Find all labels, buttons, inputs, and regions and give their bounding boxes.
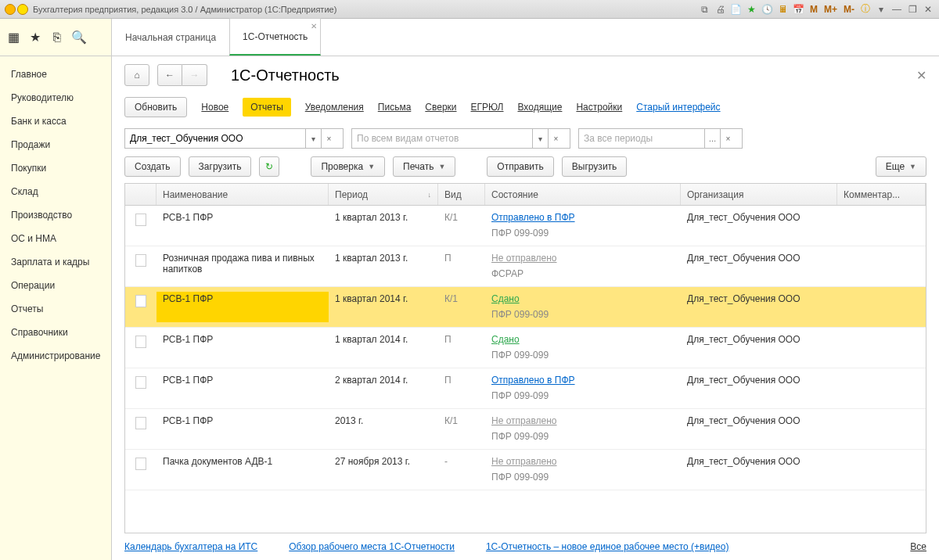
period-filter-input[interactable] [579, 129, 704, 148]
forward-button[interactable]: → [182, 64, 207, 86]
table-row[interactable]: Пачка документов АДВ-127 ноября 2013 г.-… [125, 450, 926, 490]
sidebar-item[interactable]: Банк и касса [0, 109, 111, 133]
home-button[interactable]: ⌂ [124, 64, 149, 86]
clear-icon[interactable]: × [720, 129, 736, 148]
table-row[interactable]: РСВ-1 ПФР2013 г.К/1Не отправленоПФР 099-… [125, 409, 926, 450]
table-row[interactable]: РСВ-1 ПФР1 квартал 2013 г.К/1Отправлено … [125, 206, 926, 246]
menu-incoming[interactable]: Входящие [518, 102, 563, 113]
menu-legacy-ui[interactable]: Старый интерфейс [636, 102, 720, 113]
cell-status-link[interactable]: Отправлено в ПФР [491, 212, 675, 223]
sidebar-item[interactable]: Справочники [0, 321, 111, 344]
cell-status-link[interactable]: Не отправлено [491, 456, 675, 467]
calc-icon[interactable]: 🖩 [777, 3, 790, 16]
footer-link-video[interactable]: 1С-Отчетность – новое единое рабочее мес… [486, 541, 729, 552]
col-name[interactable]: Наименование [156, 184, 329, 205]
sidebar-item[interactable]: Производство [0, 203, 111, 227]
menu-reconciliations[interactable]: Сверки [425, 102, 456, 113]
col-icon[interactable] [125, 184, 156, 205]
close-icon[interactable]: ✕ [922, 3, 934, 16]
cell-status-link[interactable]: Не отправлено [491, 253, 675, 264]
toolbar-icon[interactable]: ⧉ [699, 3, 711, 16]
sidebar-item[interactable]: Покупки [0, 156, 111, 180]
create-button[interactable]: Создать [124, 156, 181, 177]
sidebar-item[interactable]: Операции [0, 274, 111, 297]
col-status[interactable]: Состояние [485, 184, 681, 205]
maximize-icon[interactable]: ❐ [906, 3, 919, 16]
col-period[interactable]: Период↓ [329, 184, 438, 205]
m-plus-label[interactable]: M+ [824, 4, 837, 15]
sidebar-item[interactable]: Зарплата и кадры [0, 250, 111, 274]
clear-icon[interactable]: × [548, 129, 563, 148]
dropdown-icon[interactable]: ▾ [875, 3, 887, 16]
toolbar-icon[interactable]: 📄 [730, 3, 743, 16]
window-titlebar: Бухгалтерия предприятия, редакция 3.0 / … [0, 0, 939, 19]
table-row[interactable]: РСВ-1 ПФР2 квартал 2014 г.ПОтправлено в … [125, 368, 926, 409]
cell-status-sub: ПФР 099-099 [491, 431, 675, 442]
org-filter[interactable]: ▾ × [124, 128, 344, 149]
table-row[interactable]: РСВ-1 ПФР1 квартал 2014 г.К/1СданоПФР 09… [125, 287, 926, 328]
type-filter[interactable]: ▾ × [351, 128, 570, 149]
favorites-icon[interactable]: ★ [746, 3, 758, 16]
cell-status-link[interactable]: Отправлено в ПФР [491, 375, 675, 386]
dropdown-icon[interactable]: ▾ [532, 129, 548, 148]
clear-icon[interactable]: × [321, 129, 336, 148]
cell-status-link[interactable]: Сдано [491, 293, 675, 304]
footer-link-calendar[interactable]: Календарь бухгалтера на ИТС [124, 541, 257, 552]
menu-notifications[interactable]: Уведомления [305, 102, 364, 113]
more-button[interactable]: Еще▼ [876, 156, 926, 177]
tab-start-page[interactable]: Начальная страница [112, 18, 229, 56]
type-filter-input[interactable] [352, 129, 532, 148]
calendar-icon[interactable]: 📅 [793, 3, 805, 16]
cell-org: Для_тест_Обучения ООО [687, 334, 831, 345]
reports-table: Наименование Период↓ Вид Состояние Орган… [124, 183, 926, 533]
sidebar-item[interactable]: Администрирование [0, 344, 111, 368]
col-comment[interactable]: Комментар... [837, 184, 926, 205]
info-icon[interactable]: ⓘ [859, 3, 872, 16]
cell-period: 1 квартал 2013 г. [335, 212, 432, 223]
col-org[interactable]: Организация [681, 184, 837, 205]
sidebar-item[interactable]: Склад [0, 180, 111, 203]
back-button[interactable]: ← [157, 64, 182, 86]
footer-link-overview[interactable]: Обзор рабочего места 1С-Отчетности [289, 541, 455, 552]
refresh-list-button[interactable]: ↻ [259, 156, 279, 177]
history-icon[interactable]: 🕓 [761, 3, 774, 16]
menu-letters[interactable]: Письма [378, 102, 412, 113]
sidebar-item[interactable]: Отчеты [0, 297, 111, 321]
dropdown-icon[interactable]: ▾ [305, 129, 321, 148]
menu-settings[interactable]: Настройки [576, 102, 622, 113]
cell-status-link[interactable]: Сдано [491, 334, 675, 345]
refresh-button[interactable]: Обновить [124, 97, 187, 117]
sidebar-item[interactable]: Продажи [0, 133, 111, 156]
table-row[interactable]: РСВ-1 ПФР1 квартал 2014 г.ПСданоПФР 099-… [125, 328, 926, 368]
m-label[interactable]: M [810, 4, 818, 15]
tab-1c-reporting[interactable]: 1С-Отчетность✕ [229, 18, 321, 56]
apps-icon[interactable]: ▦ [6, 31, 20, 45]
document-icon [135, 214, 146, 226]
tab-close-icon[interactable]: ✕ [311, 22, 317, 31]
sidebar-item[interactable]: Руководителю [0, 86, 111, 109]
sidebar-item[interactable]: Главное [0, 63, 111, 86]
check-button[interactable]: Проверка▼ [311, 156, 385, 177]
cell-status-link[interactable]: Не отправлено [491, 415, 675, 426]
star-icon[interactable]: ★ [28, 31, 42, 45]
page-close-icon[interactable]: ✕ [916, 68, 926, 83]
org-filter-input[interactable] [125, 129, 305, 148]
col-kind[interactable]: Вид [438, 184, 485, 205]
toolbar-icon[interactable]: 🖨 [714, 3, 727, 16]
m-minus-label[interactable]: M- [844, 4, 854, 15]
minimize-icon[interactable]: — [890, 3, 903, 16]
clipboard-icon[interactable]: ⎘ [50, 31, 64, 45]
load-button[interactable]: Загрузить [189, 156, 252, 177]
export-button[interactable]: Выгрузить [562, 156, 628, 177]
search-icon[interactable]: 🔍 [72, 31, 86, 45]
menu-new[interactable]: Новое [201, 102, 228, 113]
menu-reports[interactable]: Отчеты [243, 98, 290, 117]
table-row[interactable]: Розничная продажа пива и пивных напитков… [125, 246, 926, 287]
send-button[interactable]: Отправить [487, 156, 554, 177]
sidebar-item[interactable]: ОС и НМА [0, 227, 111, 250]
period-filter[interactable]: … × [578, 128, 743, 149]
more-icon[interactable]: … [704, 129, 720, 148]
menu-egrul[interactable]: ЕГРЮЛ [471, 102, 504, 113]
print-button[interactable]: Печать▼ [393, 156, 455, 177]
footer-all[interactable]: Все [910, 541, 926, 552]
